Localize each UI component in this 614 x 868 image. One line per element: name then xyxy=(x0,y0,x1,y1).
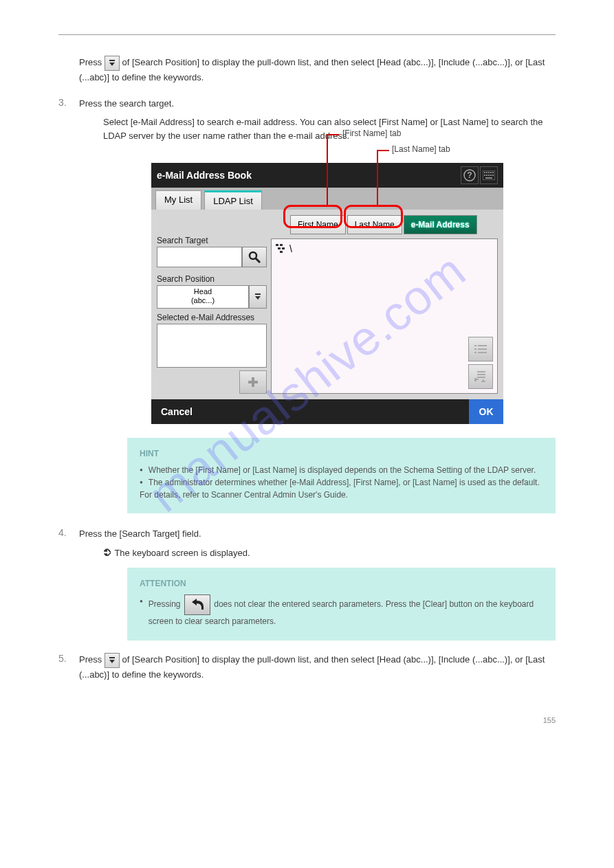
svg-rect-23 xyxy=(282,247,285,249)
search-row xyxy=(157,247,267,267)
side-icons xyxy=(468,337,493,389)
step2-suffix: of [Search Position] to display the pull… xyxy=(79,57,545,82)
svg-rect-7 xyxy=(490,172,492,173)
marker-firstname-tick xyxy=(327,134,339,135)
svg-rect-30 xyxy=(478,352,487,353)
svg-text:?: ? xyxy=(467,170,472,180)
divider xyxy=(58,34,556,35)
hint-box: HINT Whether the [First Name] or [Last N… xyxy=(127,438,556,513)
filter-email-button[interactable]: e-Mail Address xyxy=(404,215,477,234)
svg-rect-6 xyxy=(488,172,490,173)
svg-rect-12 xyxy=(490,175,492,176)
svg-rect-27 xyxy=(474,348,476,350)
filter-lastname-button[interactable]: Last Name xyxy=(347,215,402,234)
cancel-button[interactable]: Cancel xyxy=(151,399,202,424)
position-row: Head (abc...) xyxy=(157,285,267,309)
filter-firstname-button[interactable]: First Name xyxy=(290,215,346,234)
position-line1: Head xyxy=(157,287,248,296)
svg-rect-29 xyxy=(474,352,476,353)
attn-before: Pressing xyxy=(149,599,183,609)
dropdown-icon xyxy=(105,56,120,71)
search-input[interactable] xyxy=(157,247,242,267)
attention-bullet: ● xyxy=(140,597,143,631)
page-container: Press of [Search Position] to display th… xyxy=(0,0,614,766)
svg-rect-13 xyxy=(492,175,494,176)
step5-suffix: of [Search Position] to display the pull… xyxy=(79,655,545,680)
keyboard-icon[interactable] xyxy=(480,166,498,184)
bottombar: Cancel OK xyxy=(151,399,503,424)
step-5: 5. Press of [Search Position] to display… xyxy=(58,653,556,682)
step5-prefix: Press xyxy=(79,655,105,665)
results-list[interactable]: \ xyxy=(271,238,498,394)
svg-rect-28 xyxy=(478,348,487,350)
tab-mylist[interactable]: My List xyxy=(155,190,201,210)
step-3: 3. Press the search target. xyxy=(58,97,556,111)
step-4-sub: ⮊ The keyboard screen is displayed. xyxy=(103,546,556,560)
tab-ldap[interactable]: LDAP List xyxy=(204,190,262,210)
search-position-label: Search Position xyxy=(157,274,267,284)
help-icon[interactable]: ? xyxy=(461,166,479,184)
hint-item-2: The administrator determines whether [e-… xyxy=(140,476,543,501)
svg-point-15 xyxy=(250,252,256,259)
step-2-text: Press of [Search Position] to display th… xyxy=(79,56,556,85)
step-3-note: Select [e-Mail Address] to search e-mail… xyxy=(103,115,556,142)
step-4-text: Press the [Search Target] field. xyxy=(79,527,201,541)
page-footer: 155 xyxy=(58,716,556,724)
label-lastname: [Last Name] tab xyxy=(392,144,450,154)
search-button[interactable] xyxy=(242,247,267,267)
position-line2: (abc...) xyxy=(157,296,248,305)
position-dropdown-button[interactable] xyxy=(249,285,267,309)
svg-rect-22 xyxy=(278,247,281,249)
svg-rect-36 xyxy=(109,657,115,658)
hint-title: HINT xyxy=(140,447,543,460)
tree-icon xyxy=(276,244,287,254)
attention-text: Pressing does not clear the entered sear… xyxy=(149,594,543,628)
search-target-label: Search Target xyxy=(157,236,267,245)
svg-rect-26 xyxy=(478,345,487,346)
step-num-4: 4. xyxy=(58,527,79,538)
attention-box: ATTENTION ● Pressing does not clear the … xyxy=(127,568,556,641)
step2-prefix: Press xyxy=(79,57,105,67)
svg-rect-0 xyxy=(109,60,115,61)
svg-rect-24 xyxy=(280,251,283,253)
step-3-text: Press the search target. xyxy=(79,97,174,111)
svg-rect-17 xyxy=(255,293,261,295)
app-body: Search Target Search Position Head (abc.… xyxy=(151,210,503,399)
label-firstname: [First Name] tab xyxy=(342,129,401,138)
selected-addresses-box xyxy=(157,324,267,368)
window-title: e-Mail Address Book xyxy=(157,170,252,181)
dropdown-icon-2 xyxy=(105,653,120,668)
marker-firstname-line xyxy=(327,134,328,206)
screenshot: [First Name] tab [Last Name] tab e-Mail … xyxy=(151,163,503,424)
step-2: Press of [Search Position] to display th… xyxy=(58,56,556,85)
list-header: \ xyxy=(276,243,493,254)
step-5-text: Press of [Search Position] to display th… xyxy=(79,653,556,682)
svg-rect-31 xyxy=(477,371,485,372)
step-num-3: 3. xyxy=(58,97,79,108)
step4-sub-text: The keyboard screen is displayed. xyxy=(114,548,250,558)
list-prefix: \ xyxy=(289,243,292,254)
selected-label: Selected e-Mail Addresses xyxy=(157,313,267,322)
svg-rect-21 xyxy=(280,244,283,246)
svg-rect-20 xyxy=(276,244,278,246)
undo-icon xyxy=(184,594,210,615)
insert-list-icon[interactable] xyxy=(468,364,493,389)
ok-button[interactable]: OK xyxy=(469,399,503,424)
svg-rect-10 xyxy=(486,175,487,176)
svg-rect-35 xyxy=(481,381,485,382)
marker-lastname-line xyxy=(377,150,378,206)
svg-rect-4 xyxy=(484,172,485,173)
list-view-icon[interactable] xyxy=(468,337,493,361)
svg-rect-8 xyxy=(492,172,494,173)
svg-line-16 xyxy=(256,258,260,263)
attention-title: ATTENTION xyxy=(140,577,543,590)
svg-rect-5 xyxy=(486,172,487,173)
step-4: 4. Press the [Search Target] field. xyxy=(58,527,556,541)
add-button[interactable] xyxy=(239,370,267,394)
svg-rect-14 xyxy=(485,177,492,179)
svg-rect-19 xyxy=(248,381,258,383)
hint-item-1: Whether the [First Name] or [Last Name] … xyxy=(140,464,543,476)
svg-rect-11 xyxy=(488,175,490,176)
filter-buttons: First Name Last Name e-Mail Address xyxy=(290,215,498,234)
hint-list: Whether the [First Name] or [Last Name] … xyxy=(140,464,543,501)
